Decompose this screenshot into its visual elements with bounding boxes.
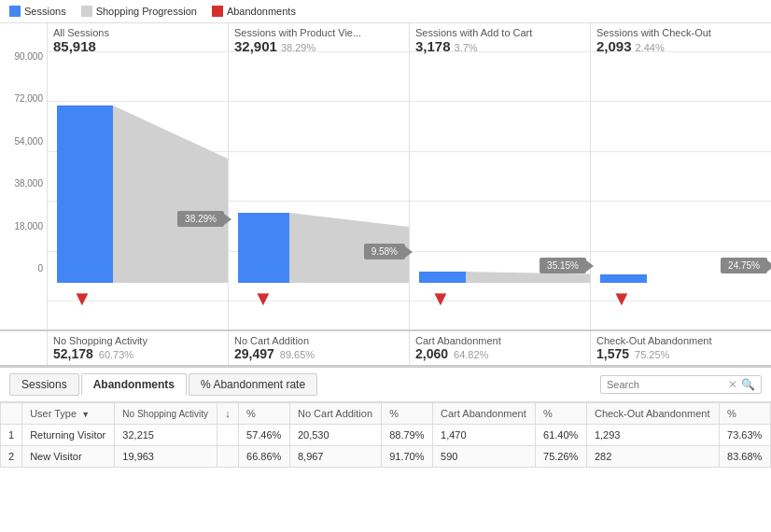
col2-funnel-label: 9.58% [364,244,405,259]
bottom-col-3: Cart Abandonment 2,06064.82% [409,331,590,365]
th-no-shopping-pct: % [239,403,290,425]
abandonments-icon [212,6,223,17]
th-checkout-abandon: Check-Out Abandonment [586,403,719,425]
row1-num: 1 [1,425,22,446]
th-user-type[interactable]: User Type ▼ [22,403,115,425]
row2-num: 2 [1,446,22,468]
row1-cart-abandon: 1,470 [433,425,536,446]
row2-checkout-abandon: 282 [586,446,719,468]
th-cart-pct: % [536,403,587,425]
row1-no-cart-pct: 88.79% [382,425,433,446]
row1-checkout-pct: 73.63% [720,425,771,446]
legend-sessions: Sessions [9,6,66,17]
table-row: 2 New Visitor 19,963 66.86% 8,967 91.70%… [1,446,771,468]
col1-bar-area: 38.29% ▼ [48,58,228,329]
y-axis: 90,000 72,000 54,000 38,000 18,000 0 [0,23,47,329]
col3-header: Sessions with Add to Cart 3,1783.7% [410,23,590,58]
th-num [1,403,22,425]
legend-abandonments-label: Abandonments [227,6,296,17]
row1-user-type: Returning Visitor [22,425,115,446]
row2-no-shop-pct: 66.86% [239,446,290,468]
col1-funnel [113,105,228,283]
th-checkout-pct: % [720,403,771,425]
row2-no-cart-pct: 91.70% [382,446,433,468]
col1-header: All Sessions 85,918 [48,23,228,58]
row1-no-shop-sort [217,425,239,446]
row1-no-shop-pct: 57.46% [239,425,290,446]
legend-abandonments: Abandonments [212,6,296,17]
legend-progression: Shopping Progression [81,6,197,17]
col3-bar-area: 35.15% ▼ [410,58,590,329]
col-all-sessions: All Sessions 85,918 38.29% ▼ [47,23,228,329]
col2-bar [238,213,289,283]
col3-red-arrow: ▼ [430,287,451,311]
col2-red-arrow: ▼ [253,287,273,311]
row2-user-type: New Visitor [22,446,115,468]
row1-checkout-abandon: 1,293 [586,425,719,446]
row2-no-cart: 8,967 [289,446,381,468]
search-input[interactable] [607,379,728,390]
th-cart-abandon: Cart Abandonment [433,403,536,425]
col1-funnel-label: 38.29% [177,211,224,227]
clear-icon[interactable]: ✕ [728,378,737,391]
col4-red-arrow: ▼ [611,287,632,311]
col3-bar [419,272,466,283]
chart-legend: Sessions Shopping Progression Abandonmen… [0,0,771,23]
legend-progression-label: Shopping Progression [96,6,197,17]
col1-bar [57,105,113,283]
th-no-cart-pct: % [382,403,433,425]
row2-no-shop-sort [217,446,239,468]
th-no-shopping-sort[interactable]: ↓ [217,403,239,425]
row2-checkout-pct: 83.68% [720,446,771,468]
table-section: Sessions Abandonments % Abandonment rate… [0,366,771,468]
bottom-col-2: No Cart Addition 29,49789.65% [228,331,409,365]
col4-header: Sessions with Check-Out 2,0932.44% [591,23,771,58]
legend-sessions-label: Sessions [24,6,66,17]
col4-funnel-label: 24.75% [721,258,767,273]
data-table: User Type ▼ No Shopping Activity ↓ % No … [0,402,771,468]
col2-bar-area: 9.58% ▼ [229,58,409,329]
col-add-to-cart: Sessions with Add to Cart 3,1783.7% 35.1… [409,23,590,329]
bottom-col-1: No Shopping Activity 52,17860.73% [47,331,228,365]
col4-bar-area: 24.75% ▼ [591,58,771,329]
row2-cart-pct: 75.26% [536,446,587,468]
th-no-cart: No Cart Addition [289,403,381,425]
col3-funnel-label: 35.15% [540,258,586,273]
tab-abandonment-rate[interactable]: % Abandonment rate [189,373,317,396]
row2-no-shop: 19,963 [115,446,217,468]
col2-header: Sessions with Product Vie... 32,90138.29… [229,23,409,58]
col-checkout: Sessions with Check-Out 2,0932.44% 24.75… [590,23,771,329]
sessions-icon [9,6,21,17]
tab-abandonments[interactable]: Abandonments [81,373,187,396]
search-icon[interactable]: 🔍 [741,378,755,391]
tab-sessions[interactable]: Sessions [9,373,79,396]
col4-bar [600,274,647,283]
tab-bar: Sessions Abandonments % Abandonment rate… [0,368,771,402]
progression-icon [81,6,92,17]
search-box: ✕ 🔍 [600,375,762,394]
row1-cart-pct: 61.40% [536,425,587,446]
row1-no-shop: 32,215 [115,425,217,446]
th-no-shopping[interactable]: No Shopping Activity [115,403,217,425]
col1-red-arrow: ▼ [72,287,92,311]
bottom-labels: No Shopping Activity 52,17860.73% No Car… [0,331,771,366]
row2-cart-abandon: 590 [433,446,536,468]
bottom-col-4: Check-Out Abandonment 1,57575.25% [590,331,771,365]
col-product-views: Sessions with Product Vie... 32,90138.29… [228,23,409,329]
table-row: 1 Returning Visitor 32,215 57.46% 20,530… [1,425,771,446]
row1-no-cart: 20,530 [289,425,381,446]
